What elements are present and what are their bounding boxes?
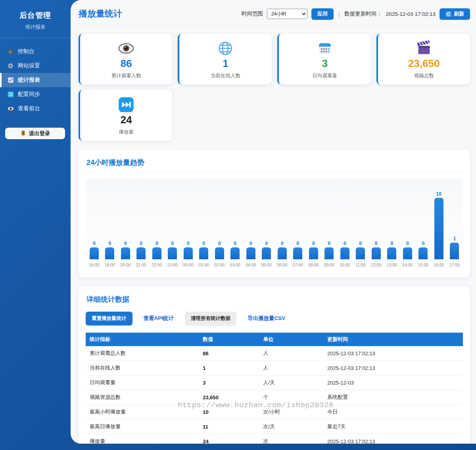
sidebar-item-site-settings[interactable]: 网站设置	[0, 59, 71, 73]
chart-bar-23:00: 023:00	[167, 179, 179, 268]
sidebar-item-config-sync[interactable]: 配置同步	[0, 87, 71, 101]
stat-label: 视频总数	[381, 73, 467, 79]
chart-bar-13:00: 013:00	[386, 179, 398, 268]
stats-table-header-row: 统计指标数值单位更新时间	[86, 333, 463, 346]
bar	[403, 247, 412, 259]
bar	[372, 247, 381, 259]
bar-value-label: 0	[359, 241, 362, 246]
update-time-value: 2025-12-03 17:02:13	[386, 11, 436, 17]
sidebar-item-view-frontend[interactable]: 查看前台	[0, 101, 71, 116]
bar	[136, 247, 146, 259]
sidebar-item-label: 配置同步	[18, 91, 40, 98]
sidebar-item-label: 统计报表	[18, 77, 40, 84]
chart-bar-10:00: 010:00	[339, 179, 351, 268]
bar-value-label: 0	[375, 241, 378, 246]
bar	[418, 247, 428, 259]
table-cell: 次	[259, 434, 323, 444]
bar-time-label: 00:00	[183, 262, 193, 268]
sidebar-item-stats-report[interactable]: 统计报表	[0, 73, 71, 87]
stats-table: 统计指标数值单位更新时间 累计观看总人数86人2025-12-03 17:02:…	[86, 333, 463, 444]
eye-icon	[8, 105, 14, 112]
logout-button[interactable]: 退出登录	[5, 128, 65, 139]
table-header: 更新时间	[323, 333, 463, 346]
gear-icon	[8, 63, 14, 69]
chart-bar-12:00: 012:00	[370, 179, 382, 268]
sidebar-item-label: 控制台	[18, 48, 35, 55]
stat-value: 1	[182, 58, 268, 69]
table-cell: 人	[259, 346, 323, 361]
details-title: 详细统计数据	[86, 293, 463, 309]
table-cell: 2025-12-03 17:02:13	[323, 346, 463, 361]
bar-value-label: 0	[202, 241, 205, 246]
header-divider: |	[338, 11, 340, 17]
export-csv-button[interactable]: 导出播放量CSV	[247, 311, 286, 326]
sidebar-item-dashboard[interactable]: 控制台	[0, 44, 71, 59]
bar	[199, 247, 208, 259]
bar	[90, 247, 99, 259]
reset-playcount-button[interactable]: 重置播放量统计	[86, 312, 132, 326]
bar-value-label: 0	[140, 241, 142, 246]
sidebar-item-label: 查看前台	[18, 105, 40, 112]
bar-value-label: 0	[296, 241, 299, 246]
chart-bar-06:00: 006:00	[276, 179, 288, 268]
bar-value-label: 0	[187, 241, 190, 246]
chart-bar-09:00: 009:00	[323, 179, 336, 268]
refresh-label: 刷新	[454, 10, 464, 17]
chart-bar-19:00: 019:00	[104, 179, 116, 268]
bar-value-label: 0	[93, 241, 96, 246]
bar-time-label: 13:00	[387, 262, 397, 268]
bar	[184, 247, 193, 259]
table-header: 单位	[259, 333, 323, 346]
view-api-stats-button[interactable]: 查看API统计	[143, 311, 175, 326]
chart-card: 24小时播放量趋势 018:00019:00020:00021:00022:00…	[79, 149, 470, 278]
bar-value-label: 0	[155, 241, 158, 246]
bar	[387, 247, 396, 259]
table-cell: 累计观看总人数	[86, 346, 199, 361]
bar	[230, 247, 240, 259]
chart-bar-08:00: 008:00	[307, 179, 320, 268]
time-range-select[interactable]: 24小时	[267, 9, 307, 19]
bar-time-label: 12:00	[371, 262, 381, 268]
table-cell: 日均观看量	[86, 375, 199, 390]
bar	[246, 247, 255, 259]
table-cell: 86	[199, 346, 259, 361]
bar-value-label: 0	[250, 241, 252, 246]
page-title: 播放量统计	[79, 8, 122, 20]
table-cell: 2025-12-03 17:02:13	[323, 361, 463, 375]
bar	[215, 247, 224, 259]
table-cell: 次/小时	[259, 405, 323, 419]
table-row: 累计观看总人数86人2025-12-03 17:02:13	[86, 346, 463, 361]
stat-card-日均观看量: 3日均观看量	[277, 34, 371, 84]
bar-time-label: 09:00	[324, 262, 334, 268]
apply-button[interactable]: 应用	[311, 8, 334, 20]
next-track-icon	[118, 97, 134, 113]
table-row: 最高小时播放量10次/小时今日	[86, 405, 463, 419]
details-card: 详细统计数据 重置播放量统计查看API统计清理所有统计数据导出播放量CSV 统计…	[79, 286, 470, 444]
bar	[121, 247, 130, 259]
refresh-icon	[445, 11, 451, 17]
clear-all-stats-button[interactable]: 清理所有统计数据	[185, 312, 236, 326]
table-cell: 最近7天	[323, 419, 463, 434]
stat-label: 当前在线人数	[182, 73, 268, 79]
bar	[152, 247, 161, 259]
bar	[293, 247, 302, 259]
table-cell: 人/天	[259, 375, 323, 390]
app-title: 后台管理	[0, 10, 71, 21]
table-header: 统计指标	[86, 333, 199, 346]
chart-title: 24小时播放量趋势	[86, 156, 463, 172]
table-cell: 11	[199, 419, 259, 434]
bar	[356, 247, 365, 259]
bar	[278, 247, 287, 259]
refresh-button[interactable]: 刷新	[440, 8, 470, 20]
chart-bar-05:00: 005:00	[261, 179, 273, 268]
chart-bar-14:00: 014:00	[401, 179, 414, 268]
table-cell: 今日	[323, 405, 463, 419]
stat-label: 日均观看量	[282, 73, 368, 79]
chart-bar-18:00: 018:00	[88, 179, 100, 268]
table-cell: 24	[199, 434, 259, 444]
bar	[340, 247, 349, 259]
bar	[309, 247, 318, 259]
stat-card-累计观看人数: 86累计观看人数	[79, 34, 172, 84]
stat-label: 累计观看人数	[83, 73, 169, 79]
globe-icon	[217, 40, 233, 56]
